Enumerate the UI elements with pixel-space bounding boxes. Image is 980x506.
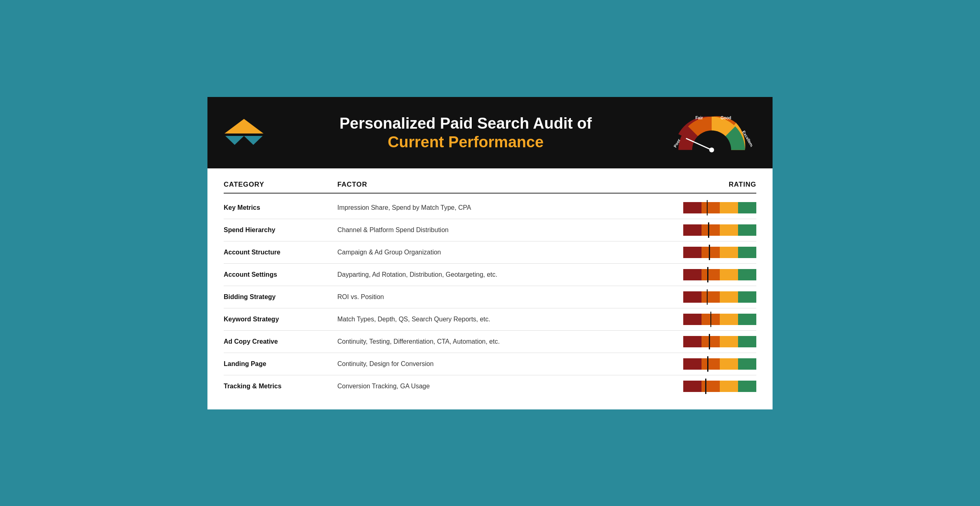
bar-segment [720,269,738,280]
bar-marker [709,334,710,349]
rating-bar [683,381,756,392]
rating-bar [683,358,756,370]
table-row: Ad Copy CreativeContinuity, Testing, Dif… [224,331,756,353]
bar-segment [683,269,702,280]
factor-cell: Dayparting, Ad Rotation, Distribution, G… [337,271,667,278]
rating-cell [667,291,756,303]
gauge-fair-label: Fair [695,115,703,120]
table-row: Account SettingsDayparting, Ad Rotation,… [224,264,756,286]
category-cell: Account Structure [224,249,337,256]
rating-cell [667,247,756,258]
rating-cell [667,381,756,392]
bar-segment [702,291,720,303]
rating-bar [683,269,756,280]
bar-segment [683,314,702,325]
bar-segment [738,336,756,347]
rating-cell [667,202,756,213]
bar-segment [702,358,720,370]
bar-segment [683,224,702,236]
bar-marker [707,356,708,372]
rating-bar [683,224,756,236]
table-row: Tracking & MetricsConversion Tracking, G… [224,375,756,397]
table-row: Spend HierarchyChannel & Platform Spend … [224,219,756,241]
bar-segment [738,291,756,303]
factor-cell: Match Types, Depth, QS, Search Query Rep… [337,316,667,323]
rating-bar [683,291,756,303]
bar-segment [683,202,702,213]
rating-cell [667,269,756,280]
svg-marker-0 [224,119,263,133]
audit-card: Personalized Paid Search Audit of Curren… [206,95,774,411]
bar-segment [720,224,738,236]
main-title: Personalized Paid Search Audit of [281,114,651,133]
table-row: Keyword StrategyMatch Types, Depth, QS, … [224,308,756,331]
bar-segment [683,336,702,347]
bar-segment [702,247,720,258]
category-cell: Keyword Strategy [224,316,337,323]
rating-bar [683,247,756,258]
bar-segment [702,336,720,347]
factor-cell: ROI vs. Position [337,293,667,301]
bar-segment [738,202,756,213]
bar-segment [720,381,738,392]
col-header-category: CATEGORY [224,181,337,189]
bar-marker [710,312,712,327]
bar-segment [702,224,720,236]
rating-cell [667,358,756,370]
rating-bar [683,336,756,347]
factor-cell: Channel & Platform Spend Distribution [337,226,667,234]
bar-segment [702,202,720,213]
rating-cell [667,314,756,325]
bar-segment [738,381,756,392]
bar-segment [683,291,702,303]
table-row: Landing PageContinuity, Design for Conve… [224,353,756,375]
gauge: Poor Fair Good Excellent [667,108,756,157]
gauge-svg: Poor Fair Good Excellent [671,108,752,157]
bar-segment [702,381,720,392]
bar-marker [709,245,710,260]
bar-segment [738,314,756,325]
bar-segment [702,269,720,280]
bar-segment [720,202,738,213]
bar-segment [683,381,702,392]
category-cell: Tracking & Metrics [224,383,337,390]
bar-marker [705,379,706,394]
category-cell: Key Metrics [224,204,337,211]
bar-segment [720,336,738,347]
category-cell: Ad Copy Creative [224,338,337,345]
rating-cell [667,336,756,347]
table-row: Key MetricsImpression Share, Spend by Ma… [224,197,756,219]
bar-segment [683,247,702,258]
category-cell: Bidding Strategy [224,293,337,301]
factor-cell: Continuity, Testing, Differentiation, CT… [337,338,667,345]
bar-segment [738,224,756,236]
logo-svg [224,118,264,147]
factor-cell: Campaign & Ad Group Organization [337,249,667,256]
factor-cell: Conversion Tracking, GA Usage [337,383,667,390]
table-row: Account StructureCampaign & Ad Group Org… [224,241,756,264]
bar-marker [707,289,708,305]
table-header: CATEGORY FACTOR RATING [224,177,756,194]
bar-segment [738,247,756,258]
bar-segment [720,358,738,370]
bar-segment [738,358,756,370]
bar-segment [720,247,738,258]
bar-marker [708,222,709,238]
rating-bar [683,314,756,325]
gauge-good-label: Good [721,115,731,120]
rating-bar [683,202,756,213]
table-body: Key MetricsImpression Share, Spend by Ma… [224,197,756,397]
bar-segment [683,358,702,370]
rating-cell [667,224,756,236]
factor-cell: Continuity, Design for Conversion [337,360,667,368]
category-cell: Spend Hierarchy [224,226,337,234]
subtitle: Current Performance [281,133,651,151]
bar-segment [738,269,756,280]
table-row: Bidding StrategyROI vs. Position [224,286,756,308]
bar-segment [720,314,738,325]
factor-cell: Impression Share, Spend by Match Type, C… [337,204,667,211]
bar-marker [707,200,708,215]
logo [224,118,264,147]
bar-segment [720,291,738,303]
svg-point-8 [709,147,714,152]
